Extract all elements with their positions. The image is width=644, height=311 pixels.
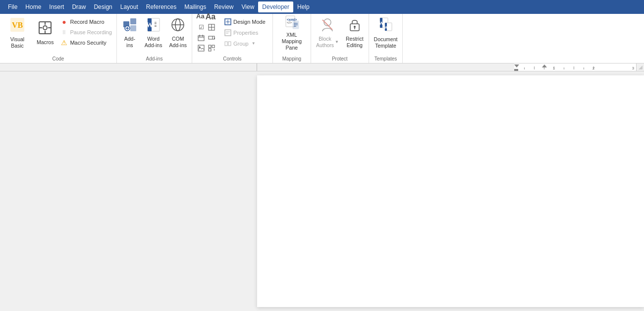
group-button[interactable]: Group ▼ [221,38,268,49]
aa-small-icon[interactable]: Aa [196,12,205,21]
macro-security-button[interactable]: ⚠ Macro Security [57,38,114,48]
menu-bar: File Home Insert Draw Design Layout Refe… [0,0,644,14]
menu-insert[interactable]: Insert [45,1,68,12]
pause-icon: ⏸ [60,29,68,36]
com-add-ins-button[interactable]: COMAdd-ins [166,16,190,50]
left-indent-marker[interactable] [514,64,519,67]
properties-button[interactable]: Properties [221,28,268,38]
ruler-tick-3 [544,67,544,69]
checkbox-icon[interactable]: ☑ [196,22,206,32]
menu-mailings[interactable]: Mailings [180,1,210,12]
mapping-group-label: Mapping [275,55,309,63]
svg-rect-9 [130,18,136,24]
svg-text:▼: ▼ [214,37,215,40]
ruler-label-3: 3 [632,66,634,70]
right-indent-marker[interactable] [542,64,547,67]
ruler-tick-6 [574,66,574,69]
combo-box-icon[interactable]: ▼ [207,33,216,43]
controls-group-content: Aa Aa ☑ [194,16,270,55]
group-dropdown-arrow: ▼ [252,41,256,46]
menu-home[interactable]: Home [21,1,45,12]
svg-rect-35 [212,45,215,48]
ribbon-group-protect: BlockAuthors ▼ RestrictEditing Protect [311,14,369,63]
image-control-icon[interactable] [196,43,206,53]
block-authors-dropdown: ▼ [335,40,339,45]
menu-developer[interactable]: Developer [258,1,293,12]
group-label: Group [233,41,249,47]
add-ins-icon [122,17,137,34]
document-page[interactable] [257,75,644,307]
com-add-ins-label: COMAdd-ins [169,36,187,48]
document-template-icon: W W [378,17,394,35]
restrict-editing-icon [347,17,362,34]
menu-file[interactable]: File [4,1,21,12]
macros-label: Macros [37,39,54,46]
visual-basic-icon: VB [9,17,25,35]
svg-text:VB: VB [12,21,23,29]
block-authors-icon [320,17,335,34]
design-mode-button[interactable]: Design Mode [221,17,268,27]
svg-rect-32 [198,45,204,51]
code-group-label: Code [2,55,114,63]
block-authors-button[interactable]: BlockAuthors ▼ [313,16,342,50]
ribbon-group-controls: Aa Aa ☑ [192,14,273,63]
controls-right: Design Mode Properties Group [219,16,270,50]
com-add-ins-icon [170,17,185,34]
ruler-content: 1 2 3 4 5 6 [514,63,636,71]
ruler-tick-1 [524,67,525,69]
word-add-ins-button[interactable]: W ≡ ≡ WordAdd-ins [142,16,165,50]
visual-basic-button[interactable]: VB Visual Basic [2,16,33,50]
xml-mapping-pane-button[interactable]: <xml> </> XML MappingPane [275,16,309,50]
svg-rect-36 [209,49,211,51]
addins-group-label: Add-ins [119,55,190,63]
properties-label: Properties [233,30,258,36]
record-macro-button[interactable]: ● Record Macro [57,17,114,27]
svg-rect-25 [198,36,204,41]
ruler-left-margin [0,63,257,71]
menu-references[interactable]: References [142,1,180,12]
warning-icon: ⚠ [60,39,68,47]
restrict-editing-button[interactable]: RestrictEditing [343,16,367,50]
document-template-label: DocumentTemplate [374,36,398,49]
svg-rect-44 [225,42,227,46]
macros-button[interactable]: Macros [34,16,56,50]
svg-rect-45 [228,42,231,46]
menu-review[interactable]: Review [210,1,237,12]
left-margin-marker[interactable] [514,69,518,71]
templates-group-content: W W DocumentTemplate [371,16,401,55]
aa-large-icon[interactable]: Aa [206,12,215,21]
code-stack: ● Record Macro ⏸ Pause Recording ⚠ Macro… [57,16,114,50]
svg-text:W: W [383,25,388,30]
ruler: 1 2 3 4 5 6 [0,63,644,71]
svg-text:+: + [214,48,215,52]
design-mode-label: Design Mode [233,19,266,25]
controls-more-icon[interactable]: + [207,43,216,53]
menu-draw[interactable]: Draw [68,1,90,12]
menu-layout[interactable]: Layout [116,1,142,12]
protect-group-label: Protect [313,55,367,63]
protect-group-content: BlockAuthors ▼ RestrictEditing [313,16,367,55]
document-template-button[interactable]: W W DocumentTemplate [371,16,401,50]
restrict-editing-label: RestrictEditing [346,36,364,48]
table-icon[interactable] [207,22,216,32]
svg-text:W: W [378,20,384,26]
pause-recording-button[interactable]: ⏸ Pause Recording [57,27,114,37]
date-picker-icon[interactable] [196,33,206,43]
menu-design[interactable]: Design [90,1,116,12]
svg-rect-41 [225,30,231,36]
ruler-tick-7 [584,67,584,69]
add-ins-button[interactable]: Add-ins [119,16,141,50]
menu-view[interactable]: View [238,1,259,12]
svg-text:W: W [146,21,153,29]
svg-text:</>: </> [287,21,292,24]
ruler-corner [636,63,644,71]
ribbon-group-addins: Add-ins W ≡ ≡ WordAdd-ins [117,14,192,63]
mapping-group-content: <xml> </> XML MappingPane [275,16,309,55]
ribbon: VB Visual Basic Macros [0,14,644,63]
menu-help[interactable]: Help [293,1,314,12]
document-left-margin [0,71,257,311]
xml-mapping-icon: <xml> </> [284,15,300,32]
svg-rect-34 [209,45,211,48]
word-add-ins-icon: W ≡ ≡ [146,17,161,34]
controls-checkbox-grid: ☑ [196,22,216,53]
